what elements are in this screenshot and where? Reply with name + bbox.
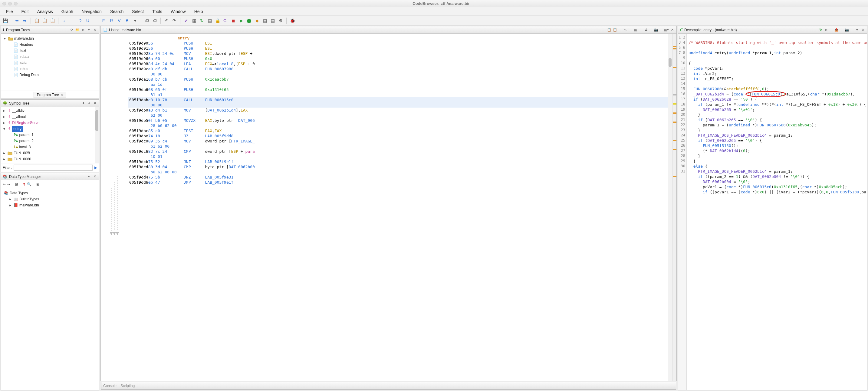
decompile-line[interactable]: } <box>688 112 865 117</box>
menu-analysis[interactable]: Analysis <box>34 8 57 15</box>
listing-row[interactable]: 005f9db50f b6 05 MOVZX EAX,byte ptr [DAT… <box>128 118 672 123</box>
tree-item[interactable]: Headers <box>13 41 97 48</box>
listing-row[interactable]: 005f9dd475 5b JNZ LAB_005f9e31 <box>128 175 672 180</box>
listing-row[interactable]: 005f9dd6eb 47 JMP LAB_005f9e1f <box>128 180 672 185</box>
dtm-body[interactable]: 📚Data Types 📖BuiltInTypes📕malware.bin <box>1 188 99 390</box>
tab-program-tree[interactable]: Program Tree <box>34 92 66 98</box>
letter-u-icon[interactable]: U <box>85 17 91 24</box>
listing-row[interactable]: 00 00 <box>128 72 672 77</box>
tree-item[interactable]: L◆local_8 <box>13 144 98 150</box>
save-icon[interactable]: 💾 <box>2 17 8 24</box>
scrollbar[interactable] <box>95 107 99 163</box>
listing-row[interactable]: 00 00 <box>128 103 672 108</box>
decompile-line[interactable] <box>688 81 865 86</box>
listing-row[interactable]: 62 00 <box>128 113 672 118</box>
export-icon[interactable]: 📤 <box>834 28 839 32</box>
decompile-line[interactable]: if (DAT_0062b028 == '\0') { <box>688 97 865 102</box>
listing-row[interactable]: 005f9d9056 PUSH ESI <box>128 40 672 46</box>
decompile-line[interactable]: FUN_005f5150(); <box>688 143 865 148</box>
close-tab-icon[interactable] <box>61 93 63 97</box>
tree-item[interactable]: fentry <box>3 126 98 132</box>
decompile-line[interactable]: } <box>688 159 865 164</box>
listing-row[interactable]: b1 62 00 <box>128 144 672 149</box>
decompile-line[interactable]: (*_DAT_0062b1d4)(0); <box>688 148 865 153</box>
minimize-window-icon[interactable] <box>8 2 12 5</box>
listing-row[interactable]: 005f9d928b 74 24 0c MOV ESI,dword ptr [E… <box>128 51 672 56</box>
decompile-line[interactable]: DAT_0062b265 = '\x01'; <box>688 107 865 112</box>
listing-row[interactable]: 005f9db0a3 d4 b1 MOV [DAT_0062b1d4],EAX <box>128 108 672 113</box>
forward-icon[interactable]: ⇒ <box>22 17 28 24</box>
tree-item[interactable]: f__alldiv <box>3 108 98 114</box>
tree-item[interactable]: .rdata <box>13 54 97 60</box>
close-icon[interactable] <box>670 28 675 32</box>
cycle-icon[interactable]: ⟳ <box>69 28 74 32</box>
decompile-line[interactable]: param_1 = (undefined *)FUN_00607560(0xe5… <box>688 122 865 128</box>
letter-l-icon[interactable]: L <box>92 17 99 24</box>
scrollbar[interactable] <box>668 34 672 381</box>
close-window-icon[interactable] <box>2 2 6 5</box>
close-icon[interactable] <box>92 28 97 32</box>
decompile-line[interactable] <box>688 55 865 61</box>
cf-icon[interactable]: Cf <box>222 17 229 24</box>
decompile-line[interactable]: } <box>688 128 865 133</box>
menu-icon[interactable]: ▾ <box>855 28 860 32</box>
decompile-line[interactable]: code *pcVar1; <box>688 66 865 71</box>
tree-item[interactable]: P◆param_1 <box>13 132 98 138</box>
tree-item[interactable]: 📕malware.bin <box>9 202 97 208</box>
decompile-line[interactable]: if (DAT_0062b265 == '\0') { <box>688 138 865 143</box>
down-arrow-icon[interactable]: ↓ <box>61 17 67 24</box>
decompile-line[interactable]: _DAT_0062b1d4 = (code *)FUN_006015c0(0a1… <box>688 91 865 97</box>
tree-item[interactable]: 📖BuiltInTypes <box>9 196 97 202</box>
listing-row[interactable]: 005f9d9ce8 df db CALL FUN_00607980 <box>128 66 672 72</box>
decompile-line[interactable]: pcVar1 = (code *)FUN_006015c0(0xa1310f65… <box>688 184 865 190</box>
menu-file[interactable]: File <box>2 8 17 15</box>
decompile-body[interactable]: 1 2 3 4 5 6 7 8 9 10 11 12 13 14 15 16 1… <box>678 34 867 390</box>
listing-row[interactable]: 005f9da168 b7 cb PUSH 0x1daacbb7 <box>128 77 672 82</box>
tree-item[interactable]: .data <box>13 60 97 66</box>
menu-help[interactable]: Help <box>191 8 207 15</box>
folder-open-icon[interactable]: 📂 <box>75 28 80 32</box>
new-icon[interactable]: ✚ <box>81 101 86 106</box>
listing-row[interactable]: 005f9dbc85 c0 TEST EAX,EAX <box>128 128 672 133</box>
menu-select[interactable]: Select <box>128 8 147 15</box>
decompile-line[interactable]: else { <box>688 164 865 169</box>
decompile-line[interactable]: if (DAT_0062b265 == '\0') { <box>688 117 865 122</box>
decompile-line[interactable]: if (param_1 != *(undefined **)(*(int *)(… <box>688 102 865 107</box>
tree-root[interactable]: 📚Data Types <box>4 190 97 196</box>
copy-icon[interactable]: 🗎 <box>824 28 829 32</box>
listing-row[interactable]: 005f9d966a 00 PUSH 0x0 <box>128 56 672 61</box>
halt-icon[interactable]: ◼ <box>230 17 237 24</box>
program-trees-body[interactable]: malware.bin Headers.text.rdata.data.relo… <box>1 34 99 91</box>
listing-row[interactable]: 005f9dbe74 18 JZ LAB_005f9dd8 <box>128 133 672 139</box>
letter-d-icon[interactable]: D <box>76 17 83 24</box>
menu-navigation[interactable]: Navigation <box>78 8 105 15</box>
letter-b-icon[interactable]: B <box>124 17 130 24</box>
tree-root[interactable]: malware.bin <box>4 35 97 41</box>
paste-icon[interactable]: 📋 <box>613 28 617 32</box>
symbol-tree-body[interactable]: f__alldivf__allmulfDllRegisterServerfent… <box>1 107 99 163</box>
menu-edit[interactable]: Edit <box>18 8 32 15</box>
close-icon[interactable] <box>92 174 97 179</box>
tree-item[interactable]: FUN_005f... <box>3 150 98 156</box>
doc-icon[interactable]: 🗎 <box>81 28 86 32</box>
listing-row[interactable]: 10 01 <box>128 154 672 159</box>
snapshot-icon[interactable]: 📷 <box>654 28 658 32</box>
decompile-line[interactable]: DAT_0062b004 = '\0'; <box>688 179 865 184</box>
listing-row[interactable]: 005f9dabe8 10 78 CALL FUN_006015c0 <box>128 97 672 103</box>
menu-search[interactable]: Search <box>106 8 127 15</box>
tree-item[interactable]: Debug Data <box>13 72 97 78</box>
tree-item[interactable]: .reloc <box>13 66 97 72</box>
filter-types-icon[interactable]: ↯ <box>23 182 26 187</box>
decompile-line[interactable]: if ((pcVar1 == (code *)0x0) || (iVar2 = … <box>688 190 865 195</box>
paste-special-icon[interactable]: 📋 <box>49 17 56 24</box>
dropdown-icon[interactable]: ▦▾ <box>664 28 669 32</box>
listing-row[interactable]: 005f9dc089 35 c4 MOV dword ptr [PTR_IMAG… <box>128 139 672 144</box>
hex-icon[interactable]: ▦ <box>191 17 197 24</box>
listing-overview[interactable] <box>672 34 676 381</box>
refresh-icon[interactable]: ↻ <box>198 17 205 24</box>
listing-row[interactable]: 005f9dc683 7c 24 CMP dword ptr [ESP + pa… <box>128 149 672 154</box>
tree-item[interactable]: .text <box>13 48 97 54</box>
letter-i-icon[interactable]: I <box>69 17 75 24</box>
listing-row[interactable]: 005f9d988d 4c 24 04 LEA ECX=>local_8,[ES… <box>128 61 672 66</box>
redo-icon[interactable]: ↷ <box>171 17 178 24</box>
